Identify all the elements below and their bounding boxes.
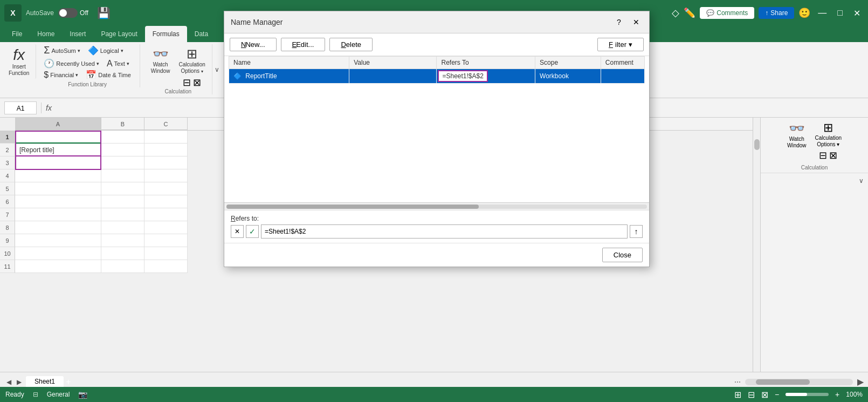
name-cell: 🔷 ReportTitle bbox=[229, 69, 349, 84]
refers-to-expand-button[interactable]: ↑ bbox=[630, 225, 643, 238]
table-header-row: Name Value Refers To Scope Comment bbox=[229, 57, 645, 69]
dialog-titlebar: Name Manager ? ✕ bbox=[224, 11, 649, 33]
edit-button[interactable]: EEdit... bbox=[281, 38, 326, 51]
name-row-report-title[interactable]: 🔷 ReportTitle =Sheet1!$A$2 Workbook bbox=[229, 69, 645, 84]
refers-to-highlight: =Sheet1!$A$2 bbox=[438, 70, 487, 82]
dialog-footer: Close bbox=[224, 243, 649, 267]
refers-to-section: Refers to: ✕ ✓ ↑ bbox=[224, 210, 649, 243]
comment-cell bbox=[601, 69, 644, 84]
dialog-toolbar: NNew... EEdit... Delete Filter ▾ bbox=[224, 33, 649, 56]
dialog-overlay: Name Manager ? ✕ NNew... EEdit... Delete… bbox=[0, 0, 868, 402]
dialog-close-footer-button[interactable]: Close bbox=[602, 248, 643, 262]
dialog-scrollbar[interactable] bbox=[224, 202, 649, 210]
refers-to-label: Refers to: bbox=[231, 215, 643, 222]
name-icon: 🔷 bbox=[233, 72, 242, 80]
refers-to-cell: =Sheet1!$A$2 bbox=[437, 69, 535, 84]
refers-to-cancel-button[interactable]: ✕ bbox=[231, 225, 244, 238]
col-comment-header: Comment bbox=[601, 57, 644, 69]
refers-to-input-row: ✕ ✓ ↑ bbox=[231, 224, 643, 239]
scrollbar-track[interactable] bbox=[226, 205, 647, 209]
filter-arrow-icon: ▾ bbox=[629, 40, 632, 49]
names-table: Name Value Refers To Scope Comment 🔷 Rep… bbox=[229, 56, 645, 84]
refers-to-confirm-button[interactable]: ✓ bbox=[246, 225, 259, 238]
col-scope-header: Scope bbox=[535, 57, 601, 69]
dialog-controls: ? ✕ bbox=[612, 16, 643, 29]
name-value: ReportTitle bbox=[245, 72, 277, 80]
col-refers-to-header: Refers To bbox=[437, 57, 535, 69]
scope-cell: Workbook bbox=[535, 69, 601, 84]
dialog-title: Name Manager bbox=[231, 18, 283, 26]
refers-to-input-field[interactable] bbox=[261, 224, 628, 239]
dialog-close-button[interactable]: ✕ bbox=[630, 16, 643, 29]
delete-button[interactable]: Delete bbox=[329, 38, 373, 51]
filter-button[interactable]: Filter ▾ bbox=[597, 38, 644, 51]
scrollbar-thumb[interactable] bbox=[226, 205, 479, 209]
dialog-table-container: Name Value Refers To Scope Comment 🔷 Rep… bbox=[224, 56, 649, 84]
value-cell bbox=[349, 69, 437, 84]
new-button[interactable]: NNew... bbox=[230, 38, 277, 51]
dialog-help-button[interactable]: ? bbox=[612, 16, 625, 29]
dialog-empty-area bbox=[224, 84, 649, 202]
col-name-header: Name bbox=[229, 57, 349, 69]
name-manager-dialog: Name Manager ? ✕ NNew... EEdit... Delete… bbox=[224, 11, 650, 267]
col-value-header: Value bbox=[349, 57, 437, 69]
